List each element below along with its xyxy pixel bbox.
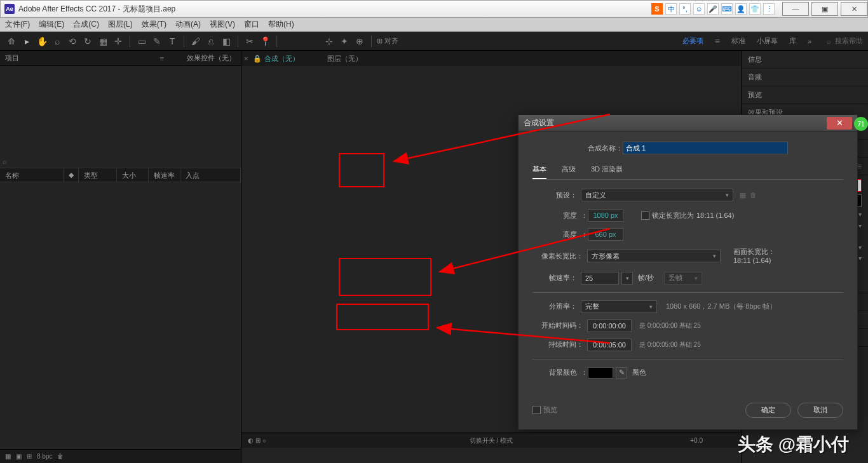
project-search-icon[interactable]: ⌕ [3, 158, 7, 165]
preset-save-icon[interactable]: ▦ [740, 191, 746, 199]
bg-color-swatch[interactable] [588, 367, 613, 379]
orbit-tool-icon[interactable]: ⟲ [66, 35, 79, 48]
ime-mic-icon[interactable]: 🎤 [707, 3, 719, 15]
par-select[interactable]: 方形像素▾ [587, 250, 721, 262]
dialog-tab-3d[interactable]: 3D 渲染器 [591, 164, 623, 179]
height-input[interactable]: 660 px [588, 228, 623, 241]
menu-help[interactable]: 帮助(H) [268, 19, 294, 30]
menu-animation[interactable]: 动画(A) [175, 19, 201, 30]
ime-skin-icon[interactable]: 👕 [749, 3, 761, 15]
pen-tool-icon[interactable]: ✎ [151, 35, 163, 48]
ime-s-icon[interactable]: S [651, 3, 663, 15]
menu-view[interactable]: 视图(V) [210, 19, 235, 30]
dialog-titlebar[interactable]: 合成设置 ✕ [519, 115, 857, 131]
workspace-smallscreen[interactable]: 小屏幕 [757, 36, 778, 46]
minimize-button[interactable]: — [782, 2, 809, 16]
workspace-more[interactable]: » [808, 37, 811, 45]
ok-button[interactable]: 确定 [745, 403, 791, 418]
tab-project[interactable]: 项目 [5, 53, 19, 63]
resolution-label: 分辨率： [532, 302, 577, 311]
hand-tool-icon[interactable]: ✋ [36, 35, 48, 48]
menu-file[interactable]: 文件(F) [5, 19, 30, 30]
help-search-input[interactable]: 搜索帮助 [835, 36, 863, 46]
bpc-toggle[interactable]: 8 bpc [37, 453, 52, 460]
comp-name-input[interactable] [623, 142, 788, 154]
ime-lang-icon[interactable]: 中 [665, 3, 677, 15]
panel-audio[interactable]: 音频 [742, 69, 868, 86]
col-fps[interactable]: 帧速率 [149, 168, 180, 182]
workspace-essentials[interactable]: 必要项 [682, 36, 703, 46]
ime-punct-icon[interactable]: °, [679, 3, 691, 15]
col-size[interactable]: 大小 [117, 168, 149, 182]
menu-composition[interactable]: 合成(C) [73, 19, 99, 30]
rotate-tool-icon[interactable]: ↻ [81, 35, 94, 48]
col-type[interactable]: 类型 [79, 168, 117, 182]
close-window-button[interactable]: ✕ [841, 2, 867, 16]
eraser-tool-icon[interactable]: ◧ [220, 35, 233, 48]
col-in[interactable]: 入点 [180, 168, 241, 182]
zoom-tool-icon[interactable]: ⌕ [51, 35, 64, 48]
comp-lock-icon[interactable]: 🔒 [253, 55, 262, 63]
timeline-icons[interactable]: ◐ ⊞ ⟐ [248, 437, 266, 444]
world-axis-icon[interactable]: ✦ [338, 35, 351, 48]
new-comp-icon[interactable]: ⊞ [27, 453, 32, 460]
dialog-tab-basic[interactable]: 基本 [532, 164, 546, 179]
camera-tool-icon[interactable]: ▦ [97, 35, 109, 48]
panel-preview[interactable]: 预览 [742, 86, 868, 104]
roto-tool-icon[interactable]: ✂ [243, 35, 256, 48]
eyedropper-icon[interactable]: ✎ [616, 367, 627, 379]
workspace-standard[interactable]: 标准 [731, 36, 745, 46]
ime-user-icon[interactable]: 👤 [735, 3, 747, 15]
dialog-tab-advanced[interactable]: 高级 [562, 164, 576, 179]
ime-more-icon[interactable]: ⋮ [763, 3, 775, 15]
comp-close-icon[interactable]: × [244, 55, 248, 62]
fps-input[interactable]: 25 [581, 272, 619, 285]
menu-window[interactable]: 窗口 [244, 19, 259, 30]
tab-effect-controls[interactable]: 效果控件（无） [187, 53, 236, 63]
snap-toggle[interactable]: ⊞ 对齐 [377, 36, 398, 46]
anchor-tool-icon[interactable]: ✛ [112, 35, 125, 48]
new-folder-icon[interactable]: ▣ [16, 453, 22, 460]
local-axis-icon[interactable]: ⊹ [323, 35, 336, 48]
brush-tool-icon[interactable]: 🖌 [189, 35, 202, 48]
resolution-select[interactable]: 完整▾ [581, 300, 657, 313]
rect-tool-icon[interactable]: ▭ [135, 35, 148, 48]
preset-delete-icon[interactable]: 🗑 [750, 191, 757, 199]
time-shift[interactable]: +0.0 [690, 437, 703, 444]
cancel-button[interactable]: 取消 [797, 403, 843, 418]
interpret-icon[interactable]: ▦ [5, 453, 11, 460]
toggle-switches-modes[interactable]: 切换开关 / 模式 [470, 436, 513, 445]
menu-layer[interactable]: 图层(L) [108, 19, 133, 30]
home-icon[interactable]: ⟰ [5, 35, 18, 48]
tab-composition[interactable]: 合成（无） [264, 54, 299, 64]
puppet-tool-icon[interactable]: 📍 [259, 35, 271, 48]
fps-dropdown[interactable]: ▾ [621, 272, 633, 285]
lock-aspect-checkbox[interactable] [641, 211, 649, 220]
par-label: 像素长宽比： [532, 252, 583, 261]
ime-keyboard-icon[interactable]: ⌨ [721, 3, 733, 15]
tab-layer[interactable]: 图层（无） [327, 54, 362, 64]
workspace-library[interactable]: 库 [789, 36, 796, 46]
clone-tool-icon[interactable]: ⎌ [205, 35, 217, 48]
trash-icon[interactable]: 🗑 [57, 453, 64, 460]
menu-edit[interactable]: 编辑(E) [39, 19, 64, 30]
frame-ar-value: 18:11 (1.64) [733, 256, 775, 265]
col-tag[interactable]: ◆ [64, 168, 79, 182]
start-time-input[interactable]: 0:00:00:00 [587, 319, 632, 332]
dialog-close-button[interactable]: ✕ [827, 117, 852, 130]
panel-info[interactable]: 信息 [742, 51, 868, 69]
col-name[interactable]: 名称 [0, 168, 64, 182]
menu-effect[interactable]: 效果(T) [142, 19, 166, 30]
duration-input[interactable]: 0:00:05:00 [587, 339, 632, 351]
preset-select[interactable]: 自定义▾ [581, 189, 733, 201]
help-search[interactable]: ⌕ 搜索帮助 [827, 36, 863, 46]
panel-menu-icon[interactable]: ≡ [160, 55, 164, 62]
view-axis-icon[interactable]: ⊕ [353, 35, 366, 48]
maximize-button[interactable]: ▣ [811, 2, 838, 16]
preview-checkbox[interactable] [532, 406, 541, 414]
selection-tool-icon[interactable]: ▸ [20, 35, 33, 48]
workspace-menu-icon[interactable]: ≡ [715, 36, 720, 46]
text-tool-icon[interactable]: T [166, 35, 179, 48]
width-input[interactable]: 1080 px [588, 209, 623, 222]
ime-emoji-icon[interactable]: ☺ [693, 3, 705, 15]
